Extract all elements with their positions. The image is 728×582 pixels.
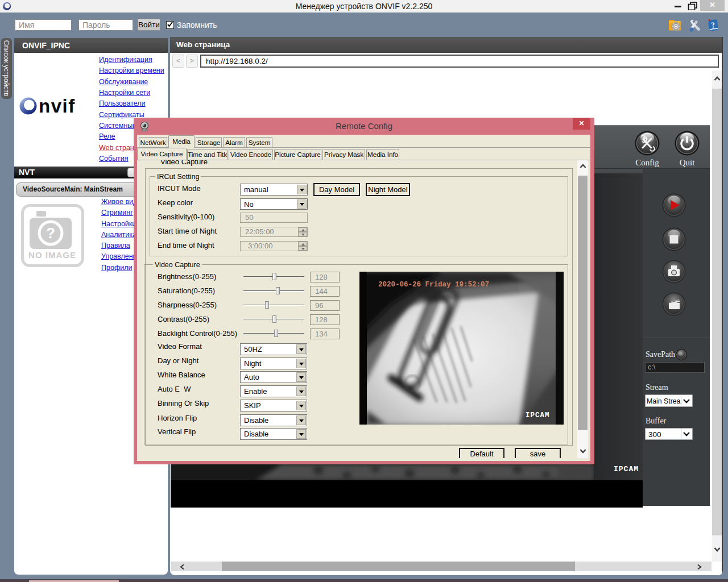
svg-text:?: ?: [46, 225, 55, 242]
svg-text:NO IMAGE: NO IMAGE: [28, 250, 76, 260]
svg-text:2020-06-26 Friday 19:52:07: 2020-06-26 Friday 19:52:07: [378, 281, 489, 289]
svg-text:IPCAM: IPCAM: [526, 411, 550, 419]
svg-text:nvif: nvif: [39, 95, 76, 117]
